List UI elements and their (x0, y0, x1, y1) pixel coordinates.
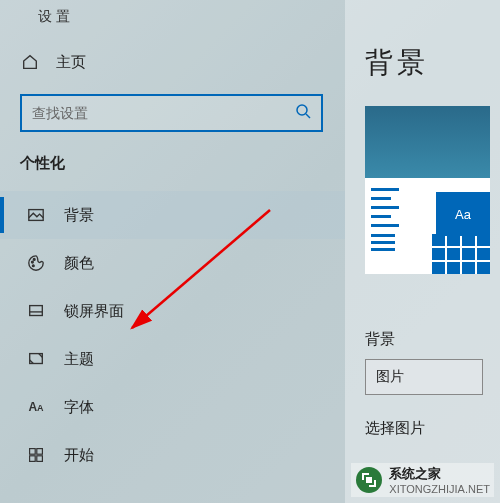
sidebar-item-lockscreen[interactable]: 锁屏界面 (0, 287, 345, 335)
picture-icon (26, 205, 46, 225)
fonts-icon: AA (26, 397, 46, 417)
sidebar-item-label: 字体 (64, 398, 94, 417)
sidebar-item-label: 主题 (64, 350, 94, 369)
sidebar-item-colors[interactable]: 颜色 (0, 239, 345, 287)
sidebar-item-start[interactable]: 开始 (0, 431, 345, 479)
svg-rect-10 (37, 456, 43, 462)
svg-rect-13 (366, 477, 372, 483)
palette-icon (26, 253, 46, 273)
svg-rect-9 (30, 456, 36, 462)
start-icon (26, 445, 46, 465)
search-box[interactable] (20, 94, 323, 132)
app-title: 设置 (38, 8, 345, 26)
sidebar-item-themes[interactable]: 主题 (0, 335, 345, 383)
section-header: 个性化 (20, 154, 345, 173)
svg-point-3 (33, 259, 35, 261)
watermark-title: 系统之家 (389, 465, 490, 483)
themes-icon (26, 349, 46, 369)
home-label: 主页 (56, 53, 86, 72)
preview-sample-text: Aa (436, 192, 490, 236)
home-nav[interactable]: 主页 (20, 44, 345, 80)
sidebar-item-fonts[interactable]: AA 字体 (0, 383, 345, 431)
main-panel: 背景 Aa 背景 图片 选择图片 (345, 0, 500, 503)
svg-point-4 (32, 265, 34, 267)
svg-rect-5 (30, 306, 43, 316)
sidebar-item-label: 开始 (64, 446, 94, 465)
sidebar-item-label: 颜色 (64, 254, 94, 273)
page-title: 背景 (365, 44, 500, 82)
select-image-label: 选择图片 (365, 419, 500, 438)
dropdown-value: 图片 (376, 368, 404, 386)
sidebar-item-label: 锁屏界面 (64, 302, 124, 321)
background-type-dropdown[interactable]: 图片 (365, 359, 483, 395)
watermark: 系统之家 XITONGZHIJIA.NET (351, 463, 494, 497)
search-input[interactable] (32, 105, 295, 121)
svg-rect-8 (37, 449, 43, 455)
background-label: 背景 (365, 330, 500, 349)
desktop-preview: Aa (365, 106, 490, 274)
sidebar-item-background[interactable]: 背景 (0, 191, 345, 239)
watermark-url: XITONGZHIJIA.NET (389, 483, 490, 495)
home-icon (20, 52, 40, 72)
search-icon (295, 103, 311, 123)
watermark-logo-icon (355, 466, 383, 494)
svg-point-2 (32, 261, 34, 263)
svg-point-0 (297, 105, 307, 115)
svg-rect-7 (30, 449, 36, 455)
preview-tiles (432, 234, 490, 274)
sidebar-item-label: 背景 (64, 206, 94, 225)
settings-sidebar: 设置 主页 个性化 背景 (0, 0, 345, 503)
lockscreen-icon (26, 301, 46, 321)
